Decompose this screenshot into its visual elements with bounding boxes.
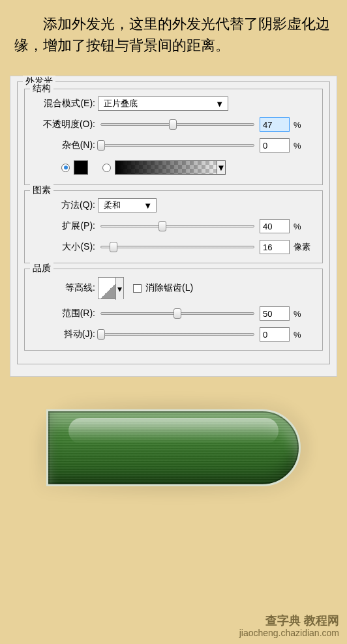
chevron-down-icon: ▼ <box>215 99 224 109</box>
slider-thumb[interactable] <box>97 140 105 151</box>
solid-color-radio[interactable] <box>61 164 70 172</box>
range-input[interactable] <box>260 306 290 321</box>
blend-mode-dropdown[interactable]: 正片叠底 ▼ <box>98 96 228 111</box>
jitter-input[interactable] <box>260 327 290 342</box>
structure-legend: 结构 <box>30 83 53 95</box>
contour-label: 等高线: <box>31 282 98 294</box>
slider-thumb[interactable] <box>110 242 117 252</box>
elements-fieldset: 图素 方法(Q): 柔和 ▼ 扩展(P): % 大小(S): <box>24 190 323 263</box>
color-source-row: ▼ <box>31 158 316 177</box>
technique-value: 柔和 <box>104 199 121 211</box>
gradient-dropdown-icon[interactable]: ▼ <box>217 160 226 175</box>
gradient-radio[interactable] <box>102 164 111 172</box>
contour-picker[interactable]: ▾ <box>98 277 124 299</box>
opacity-row: 不透明度(O): % <box>31 117 316 132</box>
structure-fieldset: 结构 混合模式(E): 正片叠底 ▼ 不透明度(O): % 杂色(N): <box>24 89 323 185</box>
technique-dropdown[interactable]: 柔和 ▼ <box>98 198 157 212</box>
jitter-row: 抖动(J): % <box>31 327 316 342</box>
range-unit: % <box>294 309 316 319</box>
watermark-main: 查字典 教程网 <box>239 614 339 628</box>
slider-thumb[interactable] <box>158 221 166 231</box>
range-slider[interactable] <box>100 312 254 315</box>
spread-row: 扩展(P): % <box>31 218 316 234</box>
opacity-label: 不透明度(O): <box>31 119 98 130</box>
noise-label: 杂色(N): <box>31 139 98 151</box>
elements-legend: 图素 <box>30 184 53 196</box>
opacity-unit: % <box>294 120 316 130</box>
jitter-unit: % <box>294 330 316 340</box>
blend-mode-row: 混合模式(E): 正片叠底 ▼ <box>31 96 316 111</box>
chevron-down-icon: ▼ <box>143 201 152 211</box>
contour-dropdown-icon[interactable]: ▾ <box>115 278 123 300</box>
antialias-label: 消除锯齿(L) <box>145 282 193 294</box>
jitter-slider[interactable] <box>100 333 254 336</box>
technique-row: 方法(Q): 柔和 ▼ <box>31 198 316 213</box>
size-unit: 像素 <box>294 241 316 253</box>
color-swatch[interactable] <box>74 160 88 175</box>
watermark-sub: jiaocheng.chazidian.com <box>239 628 339 639</box>
slider-thumb[interactable] <box>97 329 105 340</box>
noise-row: 杂色(N): % <box>31 138 316 153</box>
spread-slider[interactable] <box>100 225 254 227</box>
noise-slider[interactable] <box>100 144 254 147</box>
size-slider[interactable] <box>100 246 254 248</box>
watermark: 查字典 教程网 jiaocheng.chazidian.com <box>239 614 339 639</box>
slider-thumb[interactable] <box>169 119 177 130</box>
spread-label: 扩展(P): <box>31 220 98 232</box>
technique-label: 方法(Q): <box>31 199 98 211</box>
size-label: 大小(S): <box>31 241 98 253</box>
blend-mode-label: 混合模式(E): <box>31 98 98 110</box>
jitter-label: 抖动(J): <box>31 329 98 340</box>
opacity-input[interactable] <box>260 117 290 132</box>
outer-glow-panel: 外发光 结构 混合模式(E): 正片叠底 ▼ 不透明度(O): % 杂色( <box>10 76 337 377</box>
noise-input[interactable] <box>260 138 290 153</box>
gradient-preview[interactable]: ▼ <box>115 160 226 175</box>
slider-thumb[interactable] <box>174 308 181 319</box>
noise-unit: % <box>294 141 316 151</box>
spread-input[interactable] <box>260 219 290 233</box>
quality-legend: 品质 <box>30 263 53 274</box>
button-body <box>46 409 301 486</box>
outer-glow-fieldset: 外发光 结构 混合模式(E): 正片叠底 ▼ 不透明度(O): % 杂色( <box>17 81 330 364</box>
button-preview <box>46 409 301 486</box>
quality-fieldset: 品质 等高线: ▾ 消除锯齿(L) 范围(R): % 抖动(J): <box>24 269 323 351</box>
size-row: 大小(S): 像素 <box>31 239 316 255</box>
size-input[interactable] <box>260 240 290 254</box>
spread-unit: % <box>294 222 316 231</box>
tutorial-description: 添加外发光，这里的外发光代替了阴影虚化边缘，增加了按钮与背景间的距离。 <box>0 0 347 63</box>
opacity-slider[interactable] <box>100 123 254 126</box>
contour-row: 等高线: ▾ 消除锯齿(L) <box>31 276 316 300</box>
range-label: 范围(R): <box>31 308 98 319</box>
antialias-checkbox[interactable] <box>133 284 142 293</box>
range-row: 范围(R): % <box>31 306 316 321</box>
blend-mode-value: 正片叠底 <box>104 98 138 110</box>
